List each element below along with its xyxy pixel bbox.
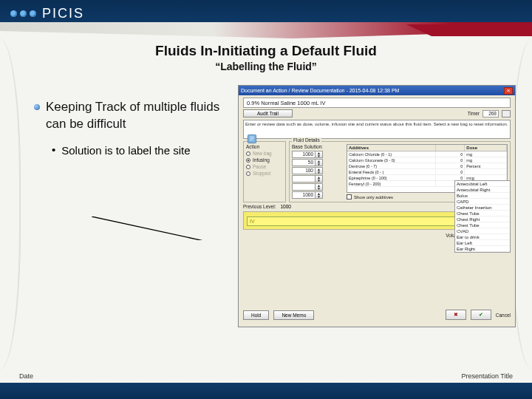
list-item[interactable]: Ear to drink — [455, 234, 510, 240]
rate-value-2[interactable]: 100 — [292, 167, 316, 174]
bullet-1-text: Keeping Track of multiple fluids can be … — [46, 99, 226, 133]
action-group: Action New bag Infusing Pause Stopped — [243, 141, 286, 202]
svg-rect-1 — [248, 134, 256, 143]
new-memo-button[interactable]: New Memo — [273, 310, 314, 320]
dialog-title-text: Document an Action / Review Documentatio… — [241, 88, 399, 93]
slide-title-block: Fluids In-Initiating a Default Fluid “La… — [0, 43, 532, 72]
list-item[interactable]: Ear Left — [455, 240, 510, 246]
additives-header-dose: Dose — [465, 145, 507, 151]
list-item[interactable]: CAPD — [455, 199, 510, 205]
close-icon[interactable]: × — [504, 87, 513, 95]
fluid-name-text: 0.9% Normal Saline 1000 mL IV — [247, 100, 325, 106]
list-item[interactable]: Chest Tube — [455, 222, 510, 228]
radio-pause[interactable]: Pause — [246, 164, 283, 169]
slide-subtitle: “Labelling the Fluid” — [0, 61, 532, 72]
brand-dots-icon — [10, 10, 36, 17]
timer-label: Timer — [468, 111, 480, 116]
bottom-bar — [0, 383, 532, 399]
cancel-button[interactable]: Cancel — [496, 313, 511, 318]
base-solution-label: Base Solution: — [292, 144, 344, 149]
spinner-5[interactable]: ▲▼ — [316, 191, 323, 199]
bullet-2-text: Solution is to label the site — [61, 143, 190, 158]
footer-presentation-title: Presentation Title — [461, 372, 513, 380]
timer-stop-button[interactable] — [502, 110, 511, 117]
additives-header-name: Additives — [347, 145, 436, 151]
audit-trail-button[interactable]: Audit Trail — [243, 109, 293, 117]
list-item[interactable]: Catheter Insertion — [455, 205, 510, 211]
rate-value-0[interactable]: 1000 — [292, 151, 316, 158]
rate-value-4[interactable] — [292, 183, 316, 191]
info-icon — [247, 134, 257, 144]
table-row[interactable]: Dextrose (0 - 7)0Percent — [347, 163, 507, 169]
site-dropdown-list[interactable]: Antecubital LeftAntecubital RightBolusCA… — [454, 180, 511, 253]
header-swoosh-accent — [406, 24, 532, 36]
show-only-additives-checkbox[interactable] — [347, 194, 352, 200]
dialog-titlebar[interactable]: Document an Action / Review Documentatio… — [239, 86, 515, 95]
frame-left — [0, 38, 21, 369]
previous-level-value: 1000 — [280, 204, 290, 209]
list-item[interactable]: Chest Right — [455, 216, 510, 222]
slide-title: Fluids In-Initiating a Default Fluid — [0, 43, 532, 59]
list-item[interactable]: Antecubital Right — [455, 187, 510, 193]
site-selected-value: IV — [250, 219, 255, 224]
dialog-window: Document an Action / Review Documentatio… — [238, 85, 516, 327]
reject-button[interactable]: ✖ — [446, 310, 466, 320]
radio-infusing[interactable]: Infusing — [246, 157, 283, 163]
table-row[interactable]: Calcium Chloride (0 - 1)0mg — [347, 151, 507, 157]
list-item[interactable]: Bolus — [455, 193, 510, 199]
bullet-list: Keeping Track of multiple fluids can be … — [34, 99, 226, 157]
list-item[interactable]: CVAD — [455, 228, 510, 234]
fluid-details-label: Fluid Details — [292, 137, 321, 143]
spinner-4[interactable]: ▲▼ — [316, 183, 323, 191]
accept-button[interactable]: ✔ — [471, 310, 491, 320]
spinner-3[interactable]: ▲▼ — [316, 175, 323, 183]
footer-date: Date — [19, 372, 33, 380]
dialog-button-bar: Hold New Memo ✖ ✔ Cancel — [243, 307, 511, 322]
sub-bullet-marker: • — [52, 143, 55, 158]
list-item[interactable]: Antecubital Left — [455, 181, 510, 187]
rate-value-1[interactable]: 50 — [292, 159, 316, 166]
spinner-2[interactable]: ▲▼ — [316, 167, 323, 174]
radio-new-bag[interactable]: New bag — [246, 151, 283, 156]
fluid-name-field[interactable]: 0.9% Normal Saline 1000 mL IV — [243, 98, 511, 108]
timer-value[interactable]: 268 — [482, 110, 499, 117]
hold-button[interactable]: Hold — [243, 310, 269, 320]
list-item[interactable]: Ear Right — [455, 246, 510, 252]
notes-area[interactable]: Enter or review data such as dose, volum… — [243, 120, 511, 139]
rate-value-5[interactable]: 1000 — [292, 191, 316, 199]
spinner-1[interactable]: ▲▼ — [316, 159, 323, 166]
list-item[interactable]: Ear Both — [455, 252, 510, 253]
bullet-marker-icon — [34, 104, 40, 110]
table-row[interactable]: Calcium Gluconate (0 - 0)0mg — [347, 157, 507, 163]
table-row[interactable]: Enteral Feeds (0 - )0 — [347, 169, 507, 175]
spinner-0[interactable]: ▲▼ — [316, 151, 323, 158]
previous-level-label: Previous Level: — [243, 204, 276, 209]
show-only-additives-label: Show only additives — [354, 195, 393, 200]
action-group-label: Action — [246, 144, 283, 149]
radio-stopped[interactable]: Stopped — [246, 171, 283, 176]
brand-name: PICIS — [42, 6, 84, 21]
rate-value-3[interactable] — [292, 175, 316, 183]
list-item[interactable]: Chest Tube — [455, 211, 510, 216]
